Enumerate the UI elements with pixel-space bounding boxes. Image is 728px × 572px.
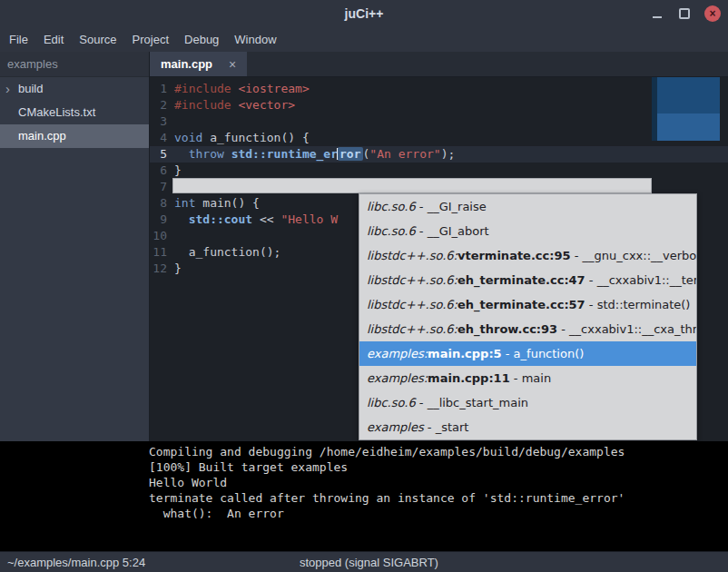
menu-item-window[interactable]: Window xyxy=(234,31,276,48)
backtrace-item[interactable]: libstdc++.so.6:eh_throw.cc:93 - __cxxabi… xyxy=(359,317,696,341)
backtrace-item[interactable]: libstdc++.so.6:eh_terminate.cc:57 - std:… xyxy=(359,292,696,317)
restore-icon xyxy=(679,8,690,19)
code-text: #include <vector> xyxy=(172,97,295,113)
menu-item-project[interactable]: Project xyxy=(133,31,169,48)
terminal-line: terminate called after throwing an insta… xyxy=(149,490,728,506)
tree-item-main-cpp[interactable]: main.cpp xyxy=(0,124,149,148)
backtrace-item[interactable]: libc.so.6 - __GI_abort xyxy=(359,219,696,243)
titlebar[interactable]: juCi++ × xyxy=(0,0,728,27)
statusbar-debug-status: stopped (signal SIGABRT) xyxy=(300,556,438,569)
terminal-line: [100%] Built target examples xyxy=(149,459,728,475)
tree-item-build[interactable]: › build xyxy=(0,77,149,101)
tree-item-label: build xyxy=(18,77,43,101)
code-line[interactable]: 2 #include <vector> xyxy=(150,97,728,113)
menubar: File Edit Source Project Debug Window xyxy=(0,27,728,52)
overlay-tooltip-panel-lower xyxy=(657,113,720,141)
tooltip-strip xyxy=(172,178,652,193)
code-text: a_function(); xyxy=(172,244,280,261)
line-number: 1 xyxy=(150,81,172,97)
terminal-line: Hello World xyxy=(149,475,728,490)
code-line-current[interactable]: 5 throw std::runtime_error("An error"); xyxy=(150,146,728,163)
tree-item-label: main.cpp xyxy=(18,124,66,148)
line-number: 9 xyxy=(150,212,172,228)
menu-item-debug[interactable]: Debug xyxy=(184,31,219,48)
backtrace-item[interactable]: libstdc++.so.6:vterminate.cc:95 - __gnu_… xyxy=(359,243,696,268)
code-line[interactable]: 6 } xyxy=(150,163,728,179)
line-number: 11 xyxy=(150,244,172,261)
close-button[interactable]: × xyxy=(704,5,721,22)
file-tree-sidebar: examples › build CMakeLists.txt main.cpp xyxy=(0,52,150,441)
line-number: 8 xyxy=(150,195,172,212)
app-window: { "window": { "title": "juCi++", "contro… xyxy=(0,0,728,572)
backtrace-item[interactable]: libc.so.6 - __GI_raise xyxy=(359,194,696,219)
code-text: throw std::runtime_error("An error"); xyxy=(172,146,455,163)
project-folder-header[interactable]: examples xyxy=(0,52,149,77)
minimize-button[interactable] xyxy=(650,6,664,21)
terminal-output[interactable]: Compiling and debugging /home/eidheim/ex… xyxy=(0,441,728,551)
line-number: 3 xyxy=(150,113,172,130)
tab-label: main.cpp xyxy=(161,57,212,71)
backtrace-item[interactable]: libstdc++.so.6:eh_terminate.cc:47 - __cx… xyxy=(359,268,696,292)
backtrace-popup: libc.so.6 - __GI_raise libc.so.6 - __GI_… xyxy=(359,193,697,440)
overlay-tooltip-panel xyxy=(652,77,720,141)
line-number: 5 xyxy=(150,146,172,163)
statusbar: ~/examples/main.cpp 5:24 stopped (signal… xyxy=(0,551,728,572)
line-number: 4 xyxy=(150,130,172,146)
code-line[interactable]: 1 #include <iostream> xyxy=(150,81,728,97)
menu-item-file[interactable]: File xyxy=(9,31,28,48)
menu-item-edit[interactable]: Edit xyxy=(44,31,64,48)
restore-button[interactable] xyxy=(677,6,692,21)
line-number: 12 xyxy=(150,261,172,277)
statusbar-file-position: ~/examples/main.cpp 5:24 xyxy=(7,556,145,569)
code-text: } xyxy=(172,261,182,277)
code-text: void a_function() { xyxy=(172,130,310,146)
tree-item-cmakelists[interactable]: CMakeLists.txt xyxy=(0,101,149,124)
backtrace-item-selected[interactable]: examples:main.cpp:5 - a_function() xyxy=(359,341,696,366)
code-text: std::cout << "Hello W xyxy=(172,212,338,228)
tab-main-cpp[interactable]: main.cpp × xyxy=(150,52,247,76)
menu-item-source[interactable]: Source xyxy=(79,31,116,48)
window-controls: × xyxy=(650,0,721,27)
code-text: #include <iostream> xyxy=(172,81,310,97)
terminal-line: Compiling and debugging /home/eidheim/ex… xyxy=(149,444,728,459)
code-line[interactable]: 4 void a_function() { xyxy=(150,130,728,146)
tree-item-label: CMakeLists.txt xyxy=(18,101,95,124)
chevron-right-icon[interactable]: › xyxy=(5,78,18,100)
line-number: 10 xyxy=(150,228,172,244)
backtrace-item[interactable]: examples - _start xyxy=(359,415,696,439)
code-text: int main() { xyxy=(172,195,260,212)
minimize-icon xyxy=(653,16,662,18)
line-number: 2 xyxy=(150,97,172,113)
line-number: 7 xyxy=(150,179,172,195)
editor-tabbar: main.cpp × xyxy=(150,52,728,77)
backtrace-item[interactable]: libc.so.6 - __libc_start_main xyxy=(359,390,696,415)
terminal-line: what(): An error xyxy=(149,506,728,521)
highlighted-token: ror xyxy=(338,147,362,161)
window-title: juCi++ xyxy=(345,6,384,21)
line-number: 6 xyxy=(150,163,172,179)
code-line[interactable]: 3 xyxy=(150,113,728,130)
backtrace-item[interactable]: examples:main.cpp:11 - main xyxy=(359,366,696,390)
tab-close-icon[interactable]: × xyxy=(229,57,236,72)
code-text: } xyxy=(172,163,182,179)
